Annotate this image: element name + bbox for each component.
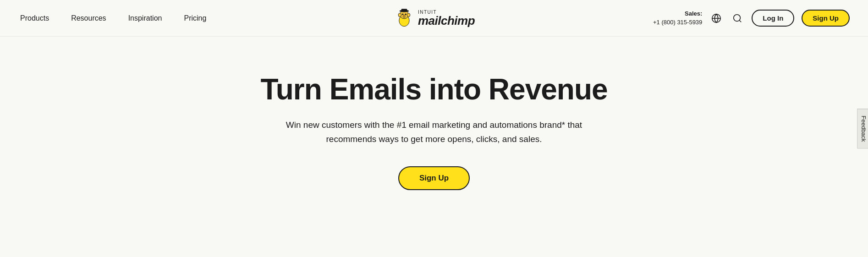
svg-point-6 <box>403 15 406 16</box>
svg-rect-8 <box>401 9 407 11</box>
feedback-label: Feedback <box>860 115 867 142</box>
sales-phone: +1 (800) 315-5939 <box>653 18 702 27</box>
svg-point-3 <box>407 13 410 16</box>
svg-point-4 <box>402 13 403 15</box>
globe-icon <box>711 13 721 23</box>
svg-point-2 <box>398 13 401 16</box>
nav-item-resources[interactable]: Resources <box>69 11 108 26</box>
search-icon <box>732 13 742 23</box>
logo-container[interactable]: INTUIT mailchimp <box>393 7 475 29</box>
mailchimp-monkey-logo <box>393 7 415 29</box>
nav-item-inspiration[interactable]: Inspiration <box>126 11 164 26</box>
nav-right: Sales: +1 (800) 315-5939 Log In Sign Up <box>653 10 850 27</box>
feedback-tab[interactable]: Feedback <box>857 109 868 148</box>
nav-item-pricing[interactable]: Pricing <box>182 11 208 26</box>
hero-title: Turn Emails into Revenue <box>260 73 607 105</box>
search-button[interactable] <box>731 11 744 25</box>
signup-button-nav[interactable]: Sign Up <box>802 10 850 27</box>
mailchimp-label: mailchimp <box>418 15 475 27</box>
logo-text: INTUIT mailchimp <box>418 10 475 27</box>
sales-info: Sales: +1 (800) 315-5939 <box>653 10 702 26</box>
svg-point-5 <box>405 13 407 15</box>
signup-button-hero[interactable]: Sign Up <box>398 166 470 190</box>
hero-subtitle: Win new customers with the #1 email mark… <box>269 118 599 146</box>
svg-point-11 <box>734 14 741 21</box>
navbar: Products Resources Inspiration Pricing <box>0 0 868 37</box>
sales-label: Sales: <box>685 10 702 18</box>
hero-section: Turn Emails into Revenue Win new custome… <box>0 37 868 218</box>
nav-left: Products Resources Inspiration Pricing <box>18 11 208 26</box>
svg-line-12 <box>740 20 742 22</box>
login-button[interactable]: Log In <box>752 10 794 27</box>
language-button[interactable] <box>709 11 723 25</box>
nav-item-products[interactable]: Products <box>18 11 51 26</box>
